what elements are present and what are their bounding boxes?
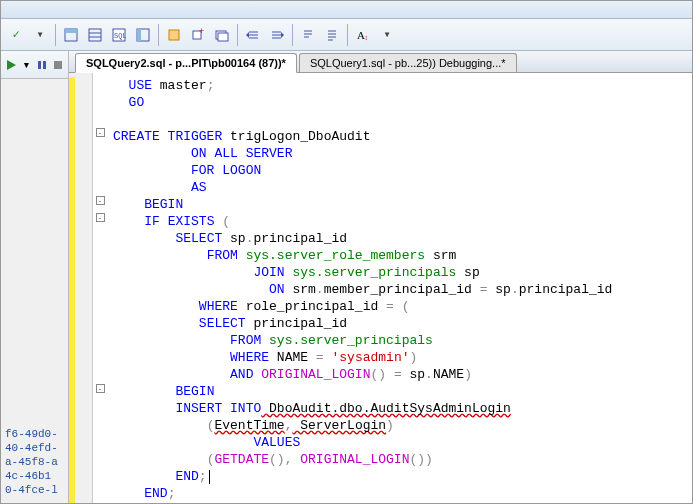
show-diagram-icon[interactable] bbox=[60, 24, 82, 46]
svg-rect-1 bbox=[65, 29, 77, 33]
fold-icon[interactable]: - bbox=[96, 196, 105, 205]
svg-text:SQL: SQL bbox=[114, 32, 126, 40]
fold-icon[interactable]: - bbox=[96, 384, 105, 393]
show-criteria-icon[interactable] bbox=[84, 24, 106, 46]
tab-sqlquery1[interactable]: SQLQuery1.sql - pb...25)) Debugging...* bbox=[299, 53, 517, 72]
show-results-icon[interactable] bbox=[132, 24, 154, 46]
add-table-icon[interactable]: + bbox=[187, 24, 209, 46]
font-icon[interactable]: A↕ bbox=[352, 24, 374, 46]
svg-text:+: + bbox=[199, 28, 204, 37]
separator bbox=[292, 24, 293, 46]
svg-rect-2 bbox=[89, 29, 101, 41]
svg-rect-13 bbox=[218, 33, 228, 41]
main-toolbar: ✓ ▾ SQL + A↕ ▾ bbox=[1, 19, 692, 51]
svg-rect-33 bbox=[43, 61, 46, 69]
execute-icon[interactable] bbox=[5, 56, 17, 74]
execute-dropdown-icon[interactable]: ▾ bbox=[21, 56, 32, 74]
separator bbox=[237, 24, 238, 46]
verify-icon[interactable]: ✓ bbox=[5, 24, 27, 46]
separator bbox=[158, 24, 159, 46]
list-item[interactable]: 4c-46b1 bbox=[3, 469, 66, 483]
list-item[interactable]: f6-49d0- bbox=[3, 427, 66, 441]
fold-column: - - - - bbox=[93, 73, 107, 503]
svg-rect-32 bbox=[38, 61, 41, 69]
tab-sqlquery2[interactable]: SQLQuery2.sql - p...PIT\pb00164 (87))* bbox=[75, 53, 297, 73]
fold-icon[interactable]: - bbox=[96, 213, 105, 222]
add-group-icon[interactable] bbox=[211, 24, 233, 46]
separator bbox=[55, 24, 56, 46]
list-item[interactable]: 40-4efd- bbox=[3, 441, 66, 455]
change-type-icon[interactable] bbox=[163, 24, 185, 46]
editor-tabs: SQLQuery2.sql - p...PIT\pb00164 (87))* S… bbox=[69, 51, 692, 73]
comment-icon[interactable] bbox=[297, 24, 319, 46]
show-sql-icon[interactable]: SQL bbox=[108, 24, 130, 46]
outdent-icon[interactable] bbox=[242, 24, 264, 46]
object-explorer-list: f6-49d0- 40-4efd- a-45f8-a 4c-46b1 0-4fc… bbox=[1, 79, 68, 503]
list-item[interactable]: a-45f8-a bbox=[3, 455, 66, 469]
svg-text:↕: ↕ bbox=[364, 34, 368, 42]
svg-rect-8 bbox=[137, 29, 141, 41]
svg-rect-9 bbox=[169, 30, 179, 40]
list-item[interactable]: 0-4fce-l bbox=[3, 483, 66, 497]
window-titlebar bbox=[1, 1, 692, 19]
svg-rect-34 bbox=[54, 61, 62, 69]
uncomment-icon[interactable] bbox=[321, 24, 343, 46]
run-toolbar: ▾ bbox=[1, 51, 68, 79]
pause-icon[interactable] bbox=[36, 56, 48, 74]
change-indicator bbox=[69, 77, 75, 503]
stop-icon[interactable] bbox=[52, 56, 64, 74]
svg-marker-21 bbox=[281, 32, 284, 38]
svg-marker-31 bbox=[7, 60, 16, 70]
text-cursor bbox=[209, 470, 210, 484]
dropdown2-icon[interactable]: ▾ bbox=[376, 24, 398, 46]
gutter bbox=[69, 73, 93, 503]
code-editor[interactable]: - - - - USE master; GO CREATE TRIGGER tr… bbox=[69, 73, 692, 503]
svg-marker-17 bbox=[246, 32, 249, 38]
separator bbox=[347, 24, 348, 46]
object-explorer-panel: ▾ f6-49d0- 40-4efd- a-45f8-a 4c-46b1 0-4… bbox=[1, 51, 69, 503]
code-content[interactable]: USE master; GO CREATE TRIGGER trigLogon_… bbox=[107, 73, 692, 503]
dropdown-icon[interactable]: ▾ bbox=[29, 24, 51, 46]
fold-icon[interactable]: - bbox=[96, 128, 105, 137]
indent-icon[interactable] bbox=[266, 24, 288, 46]
